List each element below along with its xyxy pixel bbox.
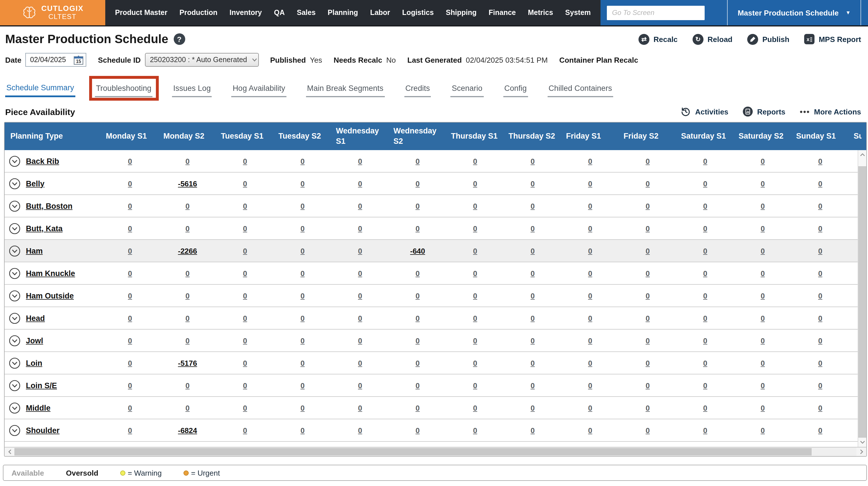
column-header-wednesday-s2[interactable]: Wednesday S2 <box>389 122 446 150</box>
availability-value-link[interactable]: 0 <box>301 359 305 367</box>
availability-value-link[interactable]: 0 <box>531 202 535 210</box>
availability-value-link[interactable]: 0 <box>703 246 707 255</box>
availability-value-link[interactable]: 0 <box>128 269 132 277</box>
availability-value-link[interactable]: 0 <box>358 291 362 300</box>
scroll-down-button[interactable] <box>858 438 866 447</box>
availability-value-link[interactable]: 0 <box>358 269 362 277</box>
horizontal-scroll-thumb[interactable] <box>14 448 812 456</box>
availability-value-link[interactable]: 0 <box>243 246 247 255</box>
planning-type-link[interactable]: Back Rib <box>26 157 59 165</box>
tab-issues-log[interactable]: Issues Log <box>172 84 212 97</box>
availability-value-link[interactable]: 0 <box>473 269 477 277</box>
availability-value-link[interactable]: 0 <box>588 381 592 390</box>
tab-config[interactable]: Config <box>503 84 528 97</box>
availability-value-link[interactable]: 0 <box>588 336 592 345</box>
availability-value-link[interactable]: 0 <box>531 359 535 367</box>
availability-value-link[interactable]: 0 <box>473 314 477 322</box>
availability-value-link[interactable]: 0 <box>588 179 592 188</box>
column-header-saturday-s1[interactable]: Saturday S1 <box>677 122 734 150</box>
availability-value-link[interactable]: 0 <box>588 157 592 165</box>
chevron-down-icon[interactable] <box>9 402 21 414</box>
availability-value-link[interactable]: 0 <box>703 224 707 233</box>
availability-value-link[interactable]: 0 <box>358 336 362 345</box>
column-header-tuesday-s2[interactable]: Tuesday S2 <box>274 122 331 150</box>
column-header-monday-s1[interactable]: Monday S1 <box>101 122 159 150</box>
help-icon[interactable]: ? <box>174 33 185 45</box>
availability-value-link[interactable]: 0 <box>588 291 592 300</box>
calendar-icon[interactable]: 15 <box>74 55 84 65</box>
availability-value-link[interactable]: 0 <box>761 359 765 367</box>
availability-value-link[interactable]: 0 <box>128 336 132 345</box>
availability-value-link[interactable]: 0 <box>646 179 650 188</box>
availability-value-link[interactable]: 0 <box>301 403 305 412</box>
availability-value-link[interactable]: 0 <box>243 291 247 300</box>
availability-value-link[interactable]: 0 <box>588 224 592 233</box>
availability-value-link[interactable]: 0 <box>473 336 477 345</box>
availability-value-link[interactable]: 0 <box>243 269 247 277</box>
activities-button[interactable]: Activities <box>681 107 728 117</box>
availability-value-link[interactable]: 0 <box>646 426 650 434</box>
availability-value-link[interactable]: 0 <box>358 202 362 210</box>
tab-chilled-containers[interactable]: Chilled Containers <box>547 84 613 97</box>
availability-value-link[interactable]: 0 <box>761 202 765 210</box>
menu-item-labor[interactable]: Labor <box>370 9 390 17</box>
availability-value-link[interactable]: 0 <box>473 359 477 367</box>
availability-value-link[interactable]: 0 <box>531 179 535 188</box>
availability-value-link[interactable]: 0 <box>128 157 132 165</box>
availability-value-link[interactable]: 0 <box>301 381 305 390</box>
availability-value-link[interactable]: 0 <box>588 269 592 277</box>
availability-value-link[interactable]: 0 <box>415 179 420 188</box>
availability-value-link[interactable]: 0 <box>818 381 822 390</box>
planning-type-link[interactable]: Butt, Boston <box>26 202 72 210</box>
availability-value-link[interactable]: 0 <box>301 291 305 300</box>
menu-item-product-master[interactable]: Product Master <box>115 9 167 17</box>
availability-value-link[interactable]: 0 <box>761 403 765 412</box>
availability-value-link[interactable]: 0 <box>818 403 822 412</box>
vertical-scrollbar[interactable] <box>858 150 866 447</box>
availability-value-link[interactable]: 0 <box>703 381 707 390</box>
menu-item-logistics[interactable]: Logistics <box>402 9 434 17</box>
horizontal-scrollbar[interactable] <box>5 447 866 456</box>
availability-value-link[interactable]: 0 <box>703 314 707 322</box>
availability-value-link[interactable]: 0 <box>531 426 535 434</box>
menu-item-metrics[interactable]: Metrics <box>528 9 553 17</box>
availability-value-link[interactable]: 0 <box>358 224 362 233</box>
recalc-button[interactable]: ⇄ Recalc <box>639 34 678 44</box>
availability-value-link[interactable]: 0 <box>301 202 305 210</box>
availability-value-link[interactable]: 0 <box>761 157 765 165</box>
tab-main-break-segments[interactable]: Main Break Segments <box>306 84 385 97</box>
availability-value-link[interactable]: 0 <box>358 403 362 412</box>
availability-value-link[interactable]: 0 <box>588 403 592 412</box>
availability-value-link[interactable]: 0 <box>301 426 305 434</box>
availability-value-link[interactable]: 0 <box>761 426 765 434</box>
availability-value-link[interactable]: 0 <box>703 291 707 300</box>
column-header-wednesday-s1[interactable]: Wednesday S1 <box>331 122 389 150</box>
availability-value-link[interactable]: 0 <box>761 291 765 300</box>
availability-value-link[interactable]: 0 <box>243 426 247 434</box>
tab-schedule-summary[interactable]: Schedule Summary <box>5 83 75 97</box>
availability-value-link[interactable]: 0 <box>415 269 420 277</box>
publish-button[interactable]: Publish <box>747 34 789 44</box>
availability-value-link[interactable]: 0 <box>588 359 592 367</box>
column-header-thursday-s1[interactable]: Thursday S1 <box>446 122 504 150</box>
availability-value-link[interactable]: 0 <box>415 403 420 412</box>
availability-value-link[interactable]: 0 <box>818 359 822 367</box>
availability-value-link[interactable]: 0 <box>415 224 420 233</box>
availability-value-link[interactable]: 0 <box>646 336 650 345</box>
planning-type-link[interactable]: Ham Knuckle <box>26 269 75 277</box>
availability-value-link[interactable]: 0 <box>588 202 592 210</box>
availability-value-link[interactable]: 0 <box>358 157 362 165</box>
availability-value-link[interactable]: 0 <box>243 314 247 322</box>
scroll-up-button[interactable] <box>858 150 866 159</box>
availability-value-link[interactable]: 0 <box>415 336 420 345</box>
availability-value-link[interactable]: 0 <box>761 336 765 345</box>
availability-value-link[interactable]: 0 <box>646 359 650 367</box>
availability-value-link[interactable]: 0 <box>301 336 305 345</box>
availability-value-link[interactable]: -6824 <box>178 426 197 434</box>
availability-value-link[interactable]: 0 <box>186 157 189 165</box>
availability-value-link[interactable]: 0 <box>415 359 420 367</box>
tab-troubleshooting[interactable]: Troubleshooting <box>95 84 153 97</box>
availability-value-link[interactable]: 0 <box>243 403 247 412</box>
availability-value-link[interactable]: 0 <box>531 336 535 345</box>
availability-value-link[interactable]: 0 <box>128 381 132 390</box>
